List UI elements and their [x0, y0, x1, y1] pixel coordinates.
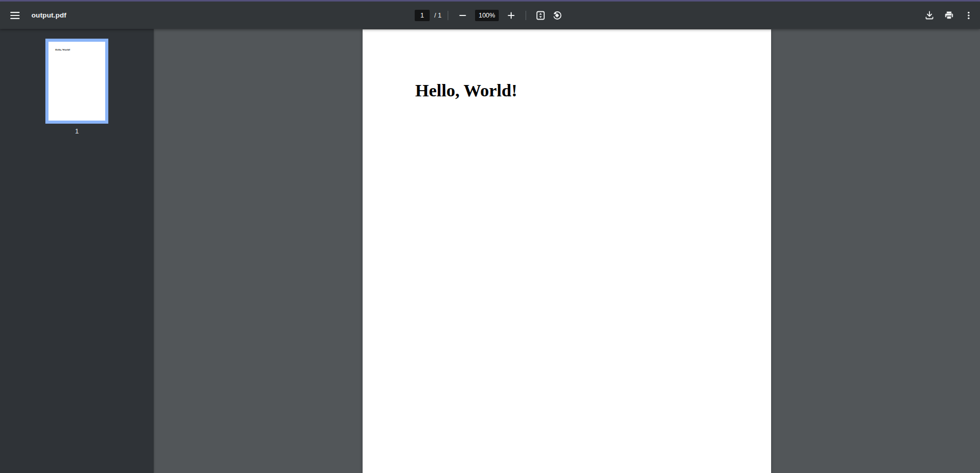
viewer-content: Hello, World! 1 Hello, World!	[0, 29, 980, 473]
thumbnail-sidebar: Hello, World! 1	[0, 29, 154, 473]
kebab-menu-icon	[964, 11, 973, 20]
toolbar-left-section: output.pdf	[0, 7, 415, 24]
rotate-counterclockwise-icon	[552, 10, 562, 21]
pdf-toolbar: output.pdf / 1	[0, 2, 980, 29]
download-button[interactable]	[921, 7, 938, 24]
print-icon	[944, 10, 954, 21]
plus-icon	[507, 11, 515, 20]
more-options-button[interactable]	[960, 7, 977, 24]
download-icon	[924, 10, 935, 21]
toolbar-right-section	[565, 7, 980, 24]
toolbar-center-section: / 1	[415, 7, 565, 24]
pdf-page-heading: Hello, World!	[415, 81, 517, 100]
zoom-level-input[interactable]	[475, 10, 499, 21]
toolbar-divider	[448, 11, 448, 20]
page-number-input[interactable]	[415, 10, 430, 21]
rotate-button[interactable]	[549, 7, 565, 24]
zoom-in-button[interactable]	[503, 7, 519, 24]
thumbnail-page-number: 1	[75, 127, 78, 135]
document-title: output.pdf	[31, 11, 67, 19]
document-viewport[interactable]: Hello, World!	[154, 29, 980, 473]
toolbar-divider	[526, 11, 526, 20]
page-count-label: / 1	[434, 12, 442, 19]
fit-to-page-icon	[535, 10, 546, 21]
page-1-thumbnail[interactable]: Hello, World!	[45, 39, 108, 124]
zoom-out-button[interactable]	[454, 7, 471, 24]
pdf-page-1: Hello, World!	[363, 29, 771, 473]
thumbnail-page-text: Hello, World!	[55, 48, 70, 51]
sidebar-toggle-button[interactable]	[7, 7, 23, 24]
print-button[interactable]	[941, 7, 957, 24]
thumbnail-item: Hello, World! 1	[45, 39, 108, 135]
fit-to-page-button[interactable]	[532, 7, 549, 24]
menu-icon	[10, 12, 20, 19]
minus-icon	[459, 11, 467, 20]
pdf-viewer-window: output.pdf / 1	[0, 0, 980, 473]
